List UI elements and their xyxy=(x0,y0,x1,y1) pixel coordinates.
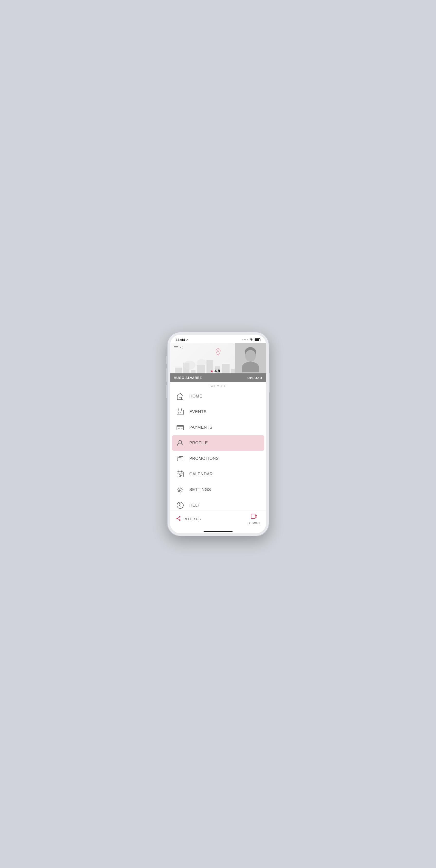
menu-item-profile-label: PROFILE xyxy=(190,441,208,445)
menu-item-events-label: EVENTS xyxy=(190,409,207,414)
promotions-icon: PROMO xyxy=(176,454,185,463)
svg-line-45 xyxy=(177,517,179,518)
menu-item-settings[interactable]: SETTINGS xyxy=(174,482,262,498)
svg-rect-20 xyxy=(178,412,179,413)
menu-item-help-label: HELP xyxy=(190,503,201,508)
svg-rect-22 xyxy=(178,413,179,414)
svg-point-36 xyxy=(179,489,181,491)
calendar-icon xyxy=(176,470,185,478)
app-label: TAXIMOTO xyxy=(170,382,266,389)
svg-text:i: i xyxy=(179,503,180,507)
svg-point-37 xyxy=(178,488,182,492)
status-bar: 11:44 ↗ xyxy=(170,335,266,343)
logout-icon xyxy=(251,513,257,521)
status-icons xyxy=(242,338,261,341)
svg-point-43 xyxy=(179,519,180,521)
svg-rect-26 xyxy=(178,428,180,429)
signal-icon xyxy=(242,339,248,340)
svg-point-38 xyxy=(177,502,183,508)
profile-photo xyxy=(235,343,266,375)
wifi-icon xyxy=(249,338,253,341)
user-name: HUGO ALVAREZ xyxy=(174,376,202,380)
refer-us-label: REFER US xyxy=(183,517,201,521)
svg-rect-21 xyxy=(180,412,181,413)
svg-text:PROMO: PROMO xyxy=(177,457,182,458)
status-time: 11:44 xyxy=(176,338,185,342)
hamburger-menu-button[interactable] xyxy=(174,346,178,349)
share-icon xyxy=(176,516,181,522)
menu-item-promotions[interactable]: PROMO PROMOTIONS xyxy=(174,451,262,466)
help-icon: i xyxy=(176,501,185,510)
settings-icon xyxy=(176,485,185,494)
events-icon xyxy=(176,407,185,416)
svg-rect-25 xyxy=(177,426,183,430)
payments-icon xyxy=(176,423,185,432)
menu-item-home[interactable]: HOME xyxy=(174,389,262,404)
menu-item-help[interactable]: i HELP xyxy=(174,498,262,510)
star-icon: ★ xyxy=(210,369,213,373)
svg-point-42 xyxy=(176,518,178,519)
rating-badge: ★ 4.8 xyxy=(210,369,220,373)
location-pin-icon xyxy=(214,348,222,357)
svg-rect-46 xyxy=(251,514,255,519)
svg-rect-18 xyxy=(179,397,181,400)
svg-rect-27 xyxy=(181,428,182,429)
svg-point-17 xyxy=(245,350,256,362)
phone-frame: 11:44 ↗ xyxy=(167,332,269,536)
menu-item-home-label: HOME xyxy=(190,394,202,399)
refer-us-button[interactable]: REFER US xyxy=(176,516,201,522)
profile-icon xyxy=(176,439,185,447)
phone-screen: 11:44 ↗ xyxy=(170,335,266,533)
menu-item-promotions-label: PROMOTIONS xyxy=(190,456,219,461)
menu-list: HOME EVEN xyxy=(170,389,266,510)
menu-item-calendar-label: CALENDAR xyxy=(190,472,213,476)
menu-item-settings-label: SETTINGS xyxy=(190,487,211,492)
rating-value: 4.8 xyxy=(214,369,220,373)
screen-content: < xyxy=(170,343,266,510)
header-area: < xyxy=(170,343,266,382)
svg-rect-32 xyxy=(177,472,183,477)
home-indicator xyxy=(170,529,266,533)
menu-item-profile[interactable]: PROFILE xyxy=(172,435,264,451)
battery-icon xyxy=(255,338,261,341)
svg-point-14 xyxy=(217,350,219,351)
menu-item-payments[interactable]: PAYMENTS xyxy=(174,420,262,435)
nav-row: < xyxy=(174,345,183,350)
svg-point-11 xyxy=(183,361,196,370)
menu-item-calendar[interactable]: CALENDAR xyxy=(174,466,262,482)
upload-button[interactable]: UPLOAD xyxy=(247,376,262,380)
logout-button[interactable]: LOGOUT xyxy=(247,513,260,525)
svg-point-41 xyxy=(179,516,180,518)
bottom-bar: REFER US LOGOUT xyxy=(170,510,266,529)
logout-label: LOGOUT xyxy=(247,522,260,525)
menu-item-payments-label: PAYMENTS xyxy=(190,425,212,430)
home-icon xyxy=(176,392,185,401)
svg-line-44 xyxy=(177,519,179,520)
svg-point-12 xyxy=(197,359,206,366)
menu-item-events[interactable]: EVENTS xyxy=(174,404,262,420)
location-arrow-icon: ↗ xyxy=(186,338,189,341)
profile-bar: HUGO ALVAREZ UPLOAD xyxy=(170,373,266,382)
back-button[interactable]: < xyxy=(180,345,183,350)
